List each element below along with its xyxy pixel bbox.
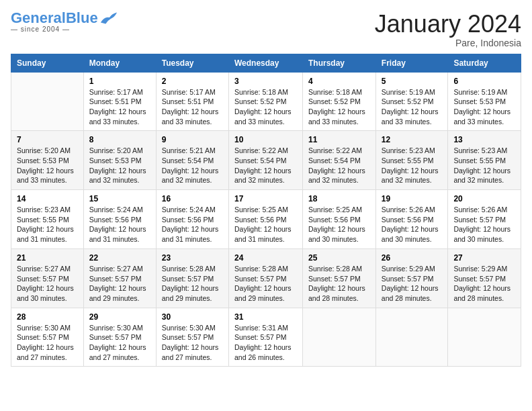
calendar-cell: 19Sunrise: 5:26 AM Sunset: 5:56 PM Dayli… (375, 190, 448, 249)
day-info: Sunrise: 5:28 AM Sunset: 5:57 PM Dayligh… (308, 264, 370, 304)
calendar-cell (303, 308, 376, 367)
calendar-title: January 2024 (375, 11, 521, 38)
weekday-header-monday: Monday (83, 54, 156, 72)
day-number: 4 (308, 77, 370, 86)
calendar-cell: 13Sunrise: 5:23 AM Sunset: 5:55 PM Dayli… (448, 131, 521, 190)
day-info: Sunrise: 5:31 AM Sunset: 5:57 PM Dayligh… (234, 323, 297, 363)
day-info: Sunrise: 5:27 AM Sunset: 5:57 PM Dayligh… (89, 264, 150, 304)
day-info: Sunrise: 5:23 AM Sunset: 5:55 PM Dayligh… (453, 146, 515, 185)
day-info: Sunrise: 5:28 AM Sunset: 5:57 PM Dayligh… (162, 264, 223, 304)
calendar-cell: 26Sunrise: 5:29 AM Sunset: 5:57 PM Dayli… (375, 248, 448, 308)
page-header: GeneralBlue — since 2004 — January 2024 … (11, 11, 521, 48)
day-number: 25 (308, 253, 370, 263)
week-row-5: 28Sunrise: 5:30 AM Sunset: 5:57 PM Dayli… (11, 308, 521, 367)
calendar-cell: 29Sunrise: 5:30 AM Sunset: 5:57 PM Dayli… (83, 308, 156, 367)
day-info: Sunrise: 5:26 AM Sunset: 5:57 PM Dayligh… (453, 205, 515, 244)
calendar-cell: 25Sunrise: 5:28 AM Sunset: 5:57 PM Dayli… (303, 248, 376, 308)
calendar-cell: 7Sunrise: 5:20 AM Sunset: 5:53 PM Daylig… (11, 131, 84, 190)
calendar-cell: 2Sunrise: 5:17 AM Sunset: 5:51 PM Daylig… (156, 72, 228, 131)
calendar-cell: 30Sunrise: 5:30 AM Sunset: 5:57 PM Dayli… (156, 308, 228, 367)
day-info: Sunrise: 5:19 AM Sunset: 5:53 PM Dayligh… (453, 87, 515, 127)
logo-text: GeneralBlue (11, 11, 98, 26)
day-info: Sunrise: 5:30 AM Sunset: 5:57 PM Dayligh… (17, 323, 78, 363)
calendar-subtitle: Pare, Indonesia (375, 38, 521, 48)
week-row-4: 21Sunrise: 5:27 AM Sunset: 5:57 PM Dayli… (11, 248, 521, 308)
weekday-header-wednesday: Wednesday (228, 54, 302, 72)
day-number: 24 (234, 253, 297, 263)
day-number: 8 (89, 135, 150, 144)
day-number: 31 (234, 312, 297, 322)
calendar-cell: 22Sunrise: 5:27 AM Sunset: 5:57 PM Dayli… (83, 248, 156, 308)
day-info: Sunrise: 5:24 AM Sunset: 5:56 PM Dayligh… (89, 205, 150, 244)
day-number: 5 (382, 77, 443, 86)
calendar-cell: 14Sunrise: 5:23 AM Sunset: 5:55 PM Dayli… (11, 190, 84, 249)
day-info: Sunrise: 5:17 AM Sunset: 5:51 PM Dayligh… (89, 87, 150, 127)
day-info: Sunrise: 5:22 AM Sunset: 5:54 PM Dayligh… (234, 146, 297, 185)
day-info: Sunrise: 5:30 AM Sunset: 5:57 PM Dayligh… (89, 323, 150, 363)
day-info: Sunrise: 5:24 AM Sunset: 5:56 PM Dayligh… (162, 205, 223, 244)
day-number: 3 (234, 77, 297, 86)
day-info: Sunrise: 5:23 AM Sunset: 5:55 PM Dayligh… (382, 146, 443, 185)
calendar-cell: 28Sunrise: 5:30 AM Sunset: 5:57 PM Dayli… (11, 308, 84, 367)
calendar-table: SundayMondayTuesdayWednesdayThursdayFrid… (11, 54, 521, 367)
day-number: 13 (453, 135, 515, 144)
calendar-cell (448, 308, 521, 367)
calendar-cell: 12Sunrise: 5:23 AM Sunset: 5:55 PM Dayli… (375, 131, 448, 190)
day-info: Sunrise: 5:21 AM Sunset: 5:54 PM Dayligh… (162, 146, 223, 185)
day-info: Sunrise: 5:17 AM Sunset: 5:51 PM Dayligh… (162, 87, 223, 127)
day-info: Sunrise: 5:30 AM Sunset: 5:57 PM Dayligh… (162, 323, 223, 363)
weekday-header-row: SundayMondayTuesdayWednesdayThursdayFrid… (11, 54, 521, 72)
weekday-header-sunday: Sunday (11, 54, 84, 72)
day-info: Sunrise: 5:22 AM Sunset: 5:54 PM Dayligh… (308, 146, 370, 185)
weekday-header-friday: Friday (375, 54, 448, 72)
day-number: 11 (308, 135, 370, 144)
weekday-header-saturday: Saturday (448, 54, 521, 72)
calendar-cell: 21Sunrise: 5:27 AM Sunset: 5:57 PM Dayli… (11, 248, 84, 308)
calendar-cell: 23Sunrise: 5:28 AM Sunset: 5:57 PM Dayli… (156, 248, 228, 308)
day-info: Sunrise: 5:29 AM Sunset: 5:57 PM Dayligh… (453, 264, 515, 304)
calendar-cell: 17Sunrise: 5:25 AM Sunset: 5:56 PM Dayli… (228, 190, 302, 249)
day-number: 16 (162, 194, 223, 203)
day-info: Sunrise: 5:18 AM Sunset: 5:52 PM Dayligh… (308, 87, 370, 127)
calendar-cell: 31Sunrise: 5:31 AM Sunset: 5:57 PM Dayli… (228, 308, 302, 367)
week-row-2: 7Sunrise: 5:20 AM Sunset: 5:53 PM Daylig… (11, 131, 521, 190)
day-info: Sunrise: 5:28 AM Sunset: 5:57 PM Dayligh… (234, 264, 297, 304)
calendar-cell: 16Sunrise: 5:24 AM Sunset: 5:56 PM Dayli… (156, 190, 228, 249)
day-number: 7 (17, 135, 78, 144)
day-info: Sunrise: 5:29 AM Sunset: 5:57 PM Dayligh… (382, 264, 443, 304)
day-info: Sunrise: 5:20 AM Sunset: 5:53 PM Dayligh… (17, 146, 78, 185)
calendar-cell: 24Sunrise: 5:28 AM Sunset: 5:57 PM Dayli… (228, 248, 302, 308)
day-number: 28 (17, 312, 78, 322)
calendar-body: 1Sunrise: 5:17 AM Sunset: 5:51 PM Daylig… (11, 72, 521, 367)
day-info: Sunrise: 5:26 AM Sunset: 5:56 PM Dayligh… (382, 205, 443, 244)
logo: GeneralBlue — since 2004 — (11, 11, 118, 33)
weekday-header-tuesday: Tuesday (156, 54, 228, 72)
day-info: Sunrise: 5:20 AM Sunset: 5:53 PM Dayligh… (89, 146, 150, 185)
weekday-header-thursday: Thursday (303, 54, 376, 72)
day-number: 10 (234, 135, 297, 144)
day-number: 20 (453, 194, 515, 203)
week-row-3: 14Sunrise: 5:23 AM Sunset: 5:55 PM Dayli… (11, 190, 521, 249)
day-info: Sunrise: 5:25 AM Sunset: 5:56 PM Dayligh… (234, 205, 297, 244)
day-number: 9 (162, 135, 223, 144)
day-number: 17 (234, 194, 297, 203)
day-number: 27 (453, 253, 515, 263)
day-info: Sunrise: 5:19 AM Sunset: 5:52 PM Dayligh… (382, 87, 443, 127)
day-number: 2 (162, 77, 223, 86)
day-info: Sunrise: 5:18 AM Sunset: 5:52 PM Dayligh… (234, 87, 297, 127)
day-info: Sunrise: 5:25 AM Sunset: 5:56 PM Dayligh… (308, 205, 370, 244)
day-number: 22 (89, 253, 150, 263)
title-section: January 2024 Pare, Indonesia (375, 11, 521, 48)
day-info: Sunrise: 5:23 AM Sunset: 5:55 PM Dayligh… (17, 205, 78, 244)
calendar-cell: 10Sunrise: 5:22 AM Sunset: 5:54 PM Dayli… (228, 131, 302, 190)
calendar-cell: 20Sunrise: 5:26 AM Sunset: 5:57 PM Dayli… (448, 190, 521, 249)
day-number: 14 (17, 194, 78, 203)
calendar-cell (375, 308, 448, 367)
day-number: 12 (382, 135, 443, 144)
calendar-cell: 18Sunrise: 5:25 AM Sunset: 5:56 PM Dayli… (303, 190, 376, 249)
week-row-1: 1Sunrise: 5:17 AM Sunset: 5:51 PM Daylig… (11, 72, 521, 131)
day-info: Sunrise: 5:27 AM Sunset: 5:57 PM Dayligh… (17, 264, 78, 304)
calendar-cell: 9Sunrise: 5:21 AM Sunset: 5:54 PM Daylig… (156, 131, 228, 190)
day-number: 26 (382, 253, 443, 263)
day-number: 30 (162, 312, 223, 322)
